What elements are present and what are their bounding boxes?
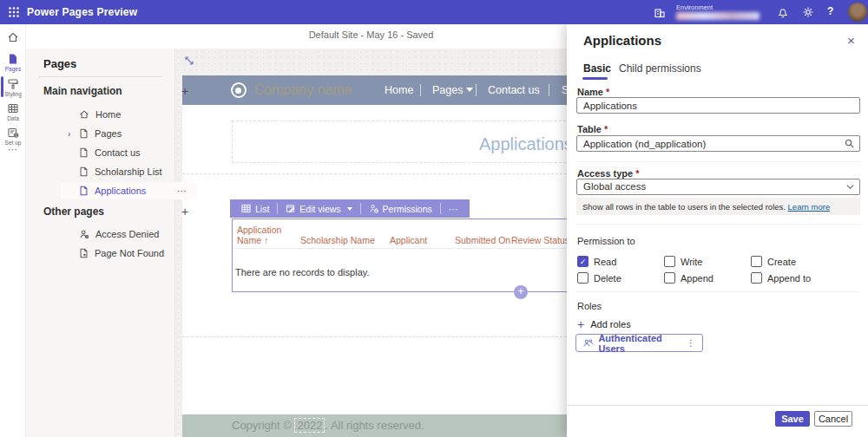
column-header[interactable]: Applicant [390, 235, 427, 245]
checkbox-label[interactable]: Delete [594, 273, 621, 284]
tree-item-pages[interactable]: › Pages [61, 125, 196, 142]
checkbox-label[interactable]: Create [767, 257, 796, 267]
rail-home-button[interactable] [0, 31, 26, 43]
site-nav-contact-us[interactable]: Contact us [488, 84, 540, 96]
bell-icon[interactable] [777, 6, 789, 18]
footer-year-field[interactable]: 2022 [294, 418, 325, 433]
name-label: Name * [577, 87, 609, 97]
divider [576, 291, 860, 292]
site-nav-home[interactable]: Home [385, 84, 413, 96]
kebab-menu-icon[interactable]: ⋮ [687, 338, 695, 348]
sort-ascending-icon: ↑ [264, 235, 268, 245]
main-navigation-heading: Main navigation [43, 85, 122, 97]
checkbox-read[interactable]: ✓ [577, 256, 589, 267]
close-icon[interactable]: × [843, 31, 859, 49]
permissions-button[interactable]: Permissions [361, 199, 440, 218]
toolbar-more-button[interactable]: ⋯ [441, 199, 467, 218]
tree-item-label: Contact us [95, 147, 141, 158]
nav-separator [549, 84, 549, 96]
checkbox-delete[interactable] [577, 272, 589, 284]
site-nav-pages[interactable]: Pages [432, 84, 473, 96]
role-chip-authenticated-users[interactable]: Authenticated Users ⋮ [575, 334, 703, 352]
rail-item-label: Data [0, 115, 26, 121]
check-icon: ✓ [580, 258, 587, 266]
waffle-icon[interactable] [8, 6, 20, 18]
checkbox-append-to[interactable] [751, 272, 762, 284]
help-icon[interactable]: ? [827, 5, 833, 17]
environment-label: Environment [676, 3, 713, 11]
rail-item-label: Pages [0, 66, 26, 72]
rail-item-data[interactable]: Data [0, 102, 26, 121]
learn-more-link[interactable]: Learn more [788, 202, 831, 212]
checkbox-write[interactable] [664, 256, 675, 267]
gear-icon[interactable] [802, 6, 814, 18]
required-asterisk: * [606, 87, 609, 97]
dropdown-caret-icon [466, 88, 473, 92]
access-type-label: Access type * [577, 168, 640, 179]
permission-to-label: Permission to [577, 236, 635, 246]
tree-item-label: Scholarship List [95, 166, 162, 177]
nav-separator [420, 84, 421, 96]
list-button[interactable]: List [233, 199, 277, 218]
environment-icon[interactable] [654, 6, 666, 18]
checkbox-label[interactable]: Write [681, 257, 702, 267]
section-divider [182, 173, 567, 174]
rail-item-setup[interactable]: Set up [0, 127, 26, 146]
page-heading[interactable]: Applications [479, 134, 567, 154]
access-type-select[interactable]: Global access [576, 179, 860, 195]
copyright-text: Copyright © 2022. All rights reserved. [232, 419, 424, 432]
column-header-sorted[interactable]: Application Name ↑ [237, 225, 299, 245]
rail-item-styling[interactable]: Styling [0, 78, 26, 97]
save-button[interactable]: Save [775, 411, 810, 427]
column-header[interactable]: Submitted On [455, 235, 510, 245]
tree-item-contact-us[interactable]: Contact us [61, 144, 196, 161]
tree-item-label: Page Not Found [95, 248, 164, 258]
people-icon [583, 338, 593, 348]
required-asterisk: * [635, 168, 639, 179]
chevron-right-icon[interactable]: › [68, 129, 73, 139]
checkbox-create[interactable] [751, 256, 762, 267]
tab-child-permissions[interactable]: Child permissions [619, 62, 701, 75]
add-other-page-button[interactable]: + [179, 205, 191, 218]
tree-item-label: Pages [95, 128, 122, 139]
avatar[interactable] [848, 3, 867, 22]
name-input[interactable] [576, 97, 860, 114]
site-footer[interactable]: Copyright © 2022. All rights reserved. [182, 414, 567, 437]
tab-basic[interactable]: Basic [583, 62, 611, 75]
tree-item-access-denied[interactable]: Access Denied [61, 225, 196, 243]
divider [576, 161, 860, 162]
item-more-button[interactable]: ⋯ [177, 186, 187, 197]
search-icon[interactable] [845, 139, 854, 148]
empty-table-message: There are no records to display. [235, 267, 369, 277]
resize-canvas-icon[interactable] [184, 55, 194, 66]
plus-icon: + [577, 317, 584, 331]
access-type-help: Show all rows in the table to users in t… [576, 198, 860, 215]
tree-item-applications[interactable]: Applications ⋯ [61, 182, 196, 199]
edit-views-button[interactable]: Edit views [278, 199, 359, 218]
left-rail: Pages Styling Data Set up ⋯ [0, 24, 26, 437]
checkbox-label[interactable]: Append to [767, 273, 811, 284]
tree-item-scholarship-list[interactable]: Scholarship List [61, 163, 196, 180]
table-lookup-input[interactable] [576, 135, 860, 152]
required-asterisk: * [604, 124, 608, 134]
environment-name-redacted[interactable] [676, 12, 760, 20]
checkbox-label[interactable]: Read [594, 257, 616, 267]
checkbox-label[interactable]: Append [681, 273, 713, 284]
tree-item-home[interactable]: Home [61, 106, 196, 123]
site-header[interactable]: Company name Home Pages Contact us S [182, 75, 567, 105]
column-header[interactable]: Review Status [511, 235, 567, 245]
add-roles-button[interactable]: +Add roles [577, 317, 631, 331]
rail-item-pages[interactable]: Pages [0, 53, 26, 72]
checkbox-append[interactable] [664, 272, 675, 284]
rail-item-label: Styling [0, 91, 26, 97]
column-header[interactable]: Scholarship Name [300, 235, 375, 245]
add-component-button[interactable]: + [514, 285, 528, 299]
cancel-button[interactable]: Cancel [814, 411, 852, 427]
tree-item-label: Access Denied [95, 229, 159, 239]
add-page-button[interactable]: + [179, 84, 191, 98]
records-table: Application Name ↑ Scholarship Name Appl… [232, 218, 567, 292]
tree-item-page-not-found[interactable]: Page Not Found [61, 245, 196, 262]
rail-more-button[interactable]: ⋯ [0, 144, 26, 155]
app-title: Power Pages Preview [27, 6, 137, 18]
person-lock-icon [369, 204, 378, 213]
